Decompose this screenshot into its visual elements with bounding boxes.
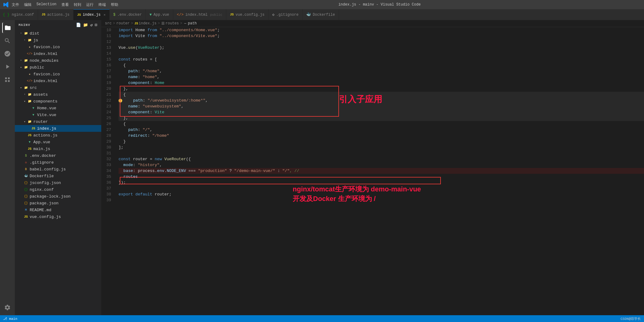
menu-edit[interactable]: 编辑 [24,2,31,7]
line-num-30: 30 [101,144,111,150]
breakpoint-dot [119,99,122,102]
breadcrumb-path[interactable]: path [183,21,197,26]
tree-item-public[interactable]: ▾📁public [15,64,101,71]
tab-index[interactable]: JS index.js ✕ [73,9,110,20]
tree-item-appvue[interactable]: ▼App.vue [15,139,101,145]
tree-label: components [33,99,57,104]
tree-item-jsconfigjson[interactable]: {}jsconfig.json [15,179,101,186]
menu-go[interactable]: 转到 [74,2,81,7]
tree-label: router [33,119,48,124]
line-num-16: 16 [101,62,111,68]
tab-indexhtml[interactable]: </> index.html public [173,9,226,20]
tree-item-favicon_pub[interactable]: ★favicon.ico [15,71,101,77]
menu-selection[interactable]: Selection [36,2,56,7]
menu-file[interactable]: 文件 [12,2,19,7]
tree-item-indexjs[interactable]: JSindex.js [15,125,101,132]
line-num-37: 37 [101,186,111,191]
tree-item-node_modules[interactable]: ›📁node_modules [15,57,101,64]
tree-item-actionsjs[interactable]: JSactions.js [15,132,101,139]
menu-view[interactable]: 查看 [61,2,69,7]
line-num-23: 23 [101,103,111,109]
new-file-icon[interactable]: 📄 [76,23,81,27]
dollar-icon: $ [113,13,115,17]
tab-actions[interactable]: JS actions.js [38,9,73,20]
tree-item-dockerfile[interactable]: 🐳Dockerfile [15,173,101,179]
editor-area[interactable]: 1011121314151617181920212223242526272829… [101,27,644,315]
tree-item-favicon_dist[interactable]: ★favicon.ico [15,44,101,50]
line-num-14: 14 [101,51,111,56]
branch-indicator[interactable]: ⎇ main [3,317,17,321]
tab-appvue[interactable]: ▼ App.vue [146,9,173,20]
breadcrumb: src > router > JSindex.js > routes > pat… [101,20,644,27]
line-num-32: 32 [101,156,111,162]
sidebar-header-icons[interactable]: 📄 📁 ↺ ⊟ [76,23,98,27]
activity-debug[interactable] [2,61,13,72]
tree-item-src[interactable]: ▾📁src [15,84,101,91]
tree-item-envdocker[interactable]: $.env.docker [15,152,101,159]
activity-explorer[interactable] [2,23,13,33]
window-title: index.js - mainv - Visual Studio Code [118,2,641,7]
file-icon-folder: 📁 [27,99,32,103]
tree-item-index_dist[interactable]: </>index.html [15,50,101,57]
tree-label: .env.docker [30,153,56,158]
menu-run[interactable]: 运行 [86,2,94,7]
tree-item-vitevue[interactable]: ▼Vite.vue [15,111,101,118]
activity-settings[interactable] [2,302,13,313]
breadcrumb-router[interactable]: router [116,21,130,26]
collapse-icon[interactable]: ⊟ [95,23,98,27]
tree-item-babelconfig[interactable]: Bbabel.config.js [15,166,101,173]
activity-git[interactable] [2,48,13,59]
tree-item-js[interactable]: ›📁js [15,37,101,44]
tree-label: package.json [30,201,59,206]
tree-item-homevue[interactable]: ▼Home.vue [15,105,101,111]
tree-item-dist[interactable]: ›📁dist [15,30,101,37]
menu-bar[interactable]: 文件 编辑 Selection 查看 转到 运行 终端 帮助 [12,2,118,7]
tree-item-assets[interactable]: ›📁assets [15,91,101,98]
activity-search[interactable] [2,36,13,46]
tree-item-router[interactable]: ▾📁router [15,118,101,125]
tree-item-packagejson[interactable]: {}package.json [15,200,101,207]
line-num-13: 13 [101,45,111,51]
tab-vueconfig[interactable]: JS vue.config.js [226,9,269,20]
tree-item-components[interactable]: ▾📁components [15,98,101,105]
tab-nginx[interactable]: { } nginx.conf [0,9,38,20]
breadcrumb-routes[interactable]: routes [161,21,179,26]
line-num-10: 10 [101,27,111,33]
refresh-icon[interactable]: ↺ [90,23,93,27]
tree-item-packagelock[interactable]: {}package-lock.json [15,193,101,200]
line-num-21: 21 [101,92,111,98]
js-icon-vue: JS [230,13,234,16]
menu-help[interactable]: 帮助 [111,2,118,7]
tab-gitignore[interactable]: ◇ .gitignore [269,9,303,20]
bottom-bar: ⎇ main CSDN@琼学长 [0,315,644,322]
menu-terminal[interactable]: 终端 [98,2,106,7]
tree-item-mainjs[interactable]: JSmain.js [15,145,101,152]
activity-extensions[interactable] [2,74,13,85]
tree-item-readmemd[interactable]: MREADME.md [15,207,101,213]
line-num-34: 34 [101,168,111,174]
line-num-39: 39 [101,197,111,203]
tree-item-nginxconf[interactable]: {}nginx.conf [15,186,101,193]
tab-actions-label: actions.js [47,13,69,17]
sidebar: MAINV 📄 📁 ↺ ⊟ ›📁dist›📁js★favicon.ico</>i… [15,20,101,315]
code-line-33: mode: "history", [119,162,644,168]
tree-item-gitignore[interactable]: ◇.gitignore [15,159,101,166]
new-folder-icon[interactable]: 📁 [83,23,88,27]
tree-item-index_pub[interactable]: </>index.html [15,77,101,84]
tab-envdocker[interactable]: $ .env.docker [110,9,146,20]
tree-label: assets [33,92,48,97]
tree-item-vueconfig[interactable]: JSvue.config.js [15,213,101,220]
file-icon-js: JS [31,127,36,130]
tab-close-icon[interactable]: ✕ [104,13,106,17]
tab-dockerfile[interactable]: 🐳 Dockerfile [303,9,339,20]
breadcrumb-indexjs[interactable]: JSindex.js [134,21,157,26]
line-num-26: 26 [101,121,111,127]
code-line-12 [119,39,644,45]
code-content[interactable]: import Home from "../components/Home.vue… [114,27,644,315]
line-num-18: 18 [101,74,111,80]
file-icon-js: JS [27,134,32,137]
tree-arrow: › [19,32,23,35]
breadcrumb-src[interactable]: src [105,21,112,26]
code-line-22: path: "/uevwebuisystem/:home*", [119,98,644,103]
file-icon-json: {} [23,202,28,205]
